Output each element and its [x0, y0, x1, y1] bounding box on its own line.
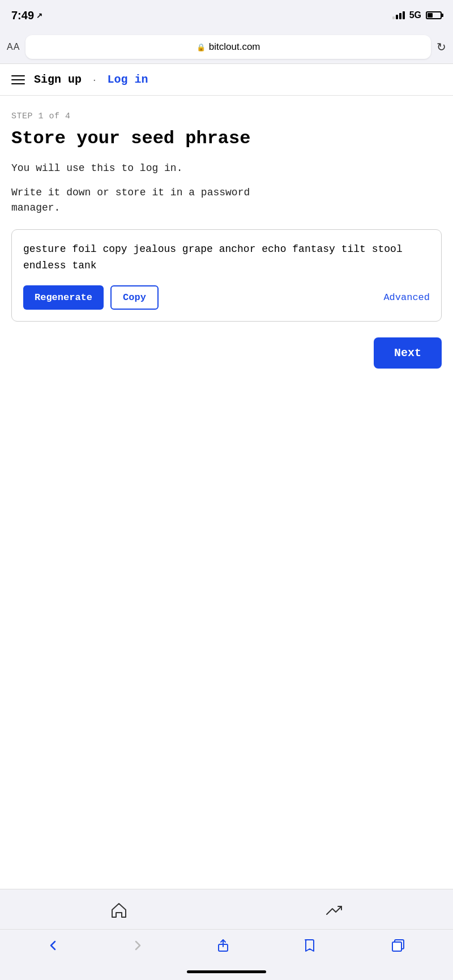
bar4 — [403, 11, 405, 19]
location-arrow-icon: ↗ — [36, 11, 42, 20]
seed-phrase-box: gesture foil copy jealous grape anchor e… — [11, 229, 442, 322]
url-text: bitclout.com — [209, 41, 260, 53]
bar1 — [392, 16, 395, 19]
status-bar: 7:49 ↗ 5G — [0, 0, 453, 31]
5g-label: 5G — [409, 10, 421, 20]
signup-label: Sign up — [34, 73, 82, 86]
page-title: Store your seed phrase — [11, 128, 442, 149]
bar3 — [399, 13, 401, 19]
login-link[interactable]: Log in — [108, 73, 148, 86]
regenerate-button[interactable]: Regenerate — [23, 285, 104, 310]
back-button[interactable] — [40, 936, 66, 955]
battery-indicator — [426, 11, 442, 19]
text-size-control[interactable]: AA — [7, 42, 20, 52]
bottom-dock — [0, 889, 453, 980]
time-label: 7:49 — [11, 9, 34, 22]
battery-fill — [428, 13, 433, 18]
bar2 — [396, 15, 398, 19]
home-indicator — [0, 966, 453, 980]
tabs-icon — [390, 938, 406, 953]
signal-bars — [392, 11, 405, 19]
advanced-button[interactable]: Advanced — [383, 292, 430, 303]
share-button[interactable] — [208, 934, 238, 957]
chart-trending-icon — [324, 901, 344, 920]
chart-dock-button[interactable] — [320, 896, 348, 925]
status-time: 7:49 ↗ — [11, 9, 42, 22]
hamburger-line-2 — [11, 79, 25, 80]
lock-icon: 🔒 — [196, 43, 206, 52]
bookmarks-button[interactable] — [296, 934, 325, 957]
book-icon — [302, 938, 318, 953]
tabs-button[interactable] — [383, 934, 413, 957]
status-right: 5G — [392, 10, 442, 20]
seed-actions: Regenerate Copy Advanced — [23, 285, 430, 310]
description-2: Write it down or store it in a passwordm… — [11, 185, 442, 216]
hamburger-line-1 — [11, 75, 25, 76]
nav-separator: · — [93, 73, 96, 86]
url-bar[interactable]: 🔒 bitclout.com — [25, 35, 431, 59]
content-spacer — [0, 637, 453, 889]
description-1: You will use this to log in. — [11, 161, 442, 176]
browser-address-bar: AA 🔒 bitclout.com ↻ — [0, 31, 453, 63]
hamburger-line-3 — [11, 83, 25, 84]
home-dock-button[interactable] — [105, 896, 133, 925]
refresh-icon[interactable]: ↻ — [437, 40, 446, 54]
step-label: STEP 1 of 4 — [11, 112, 442, 121]
main-content: STEP 1 of 4 Store your seed phrase You w… — [0, 96, 453, 637]
dock-icons — [0, 889, 453, 929]
browser-navigation — [0, 929, 453, 966]
next-button[interactable]: Next — [374, 337, 442, 369]
share-icon — [215, 938, 231, 953]
forward-button[interactable] — [125, 936, 151, 955]
copy-button[interactable]: Copy — [110, 285, 159, 310]
home-bar — [187, 970, 266, 973]
svg-rect-3 — [392, 942, 401, 951]
next-row: Next — [11, 337, 442, 369]
nav-bar: Sign up · Log in — [0, 64, 453, 96]
home-icon — [109, 901, 129, 920]
seed-phrase-text: gesture foil copy jealous grape anchor e… — [23, 241, 430, 274]
hamburger-menu-button[interactable] — [11, 75, 25, 84]
